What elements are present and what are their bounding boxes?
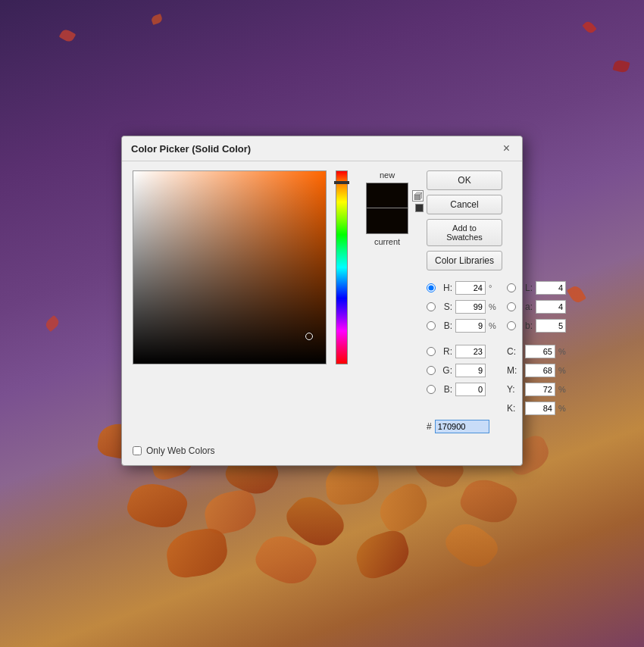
hue-slider-container — [336, 170, 348, 364]
dialog-overlay: Color Picker (Solid Color) × new — [0, 0, 644, 647]
hex-row: # — [427, 420, 511, 433]
c-input[interactable] — [525, 345, 555, 358]
blab-label: b: — [519, 320, 533, 331]
color-fields: H: ° S: % — [427, 280, 511, 417]
h-radio[interactable] — [427, 283, 436, 292]
b-unit: % — [489, 321, 499, 330]
b-input[interactable] — [455, 319, 486, 333]
a-radio[interactable] — [507, 302, 516, 311]
g-field-row: G: — [427, 362, 499, 379]
new-label: new — [380, 170, 395, 180]
blab-radio[interactable] — [507, 321, 516, 330]
only-web-colors-checkbox[interactable] — [133, 446, 142, 455]
s-radio[interactable] — [427, 302, 436, 311]
a-input[interactable] — [536, 300, 566, 314]
l-label: L: — [519, 283, 533, 293]
dialog-titlebar: Color Picker (Solid Color) × — [122, 136, 522, 161]
new-color-swatch[interactable] — [366, 183, 408, 208]
cancel-button[interactable]: Cancel — [427, 195, 502, 214]
only-web-colors-label: Only Web Colors — [146, 445, 214, 456]
right-spacer — [507, 336, 580, 341]
b-field-row: B: % — [427, 317, 499, 334]
m-input[interactable] — [525, 364, 555, 377]
c-field-row: C: % — [507, 343, 580, 360]
a-field-row: a: — [507, 298, 580, 315]
svg-rect-0 — [414, 195, 420, 200]
current-label: current — [374, 237, 400, 246]
b-radio[interactable] — [427, 321, 436, 330]
b2-label: B: — [439, 384, 452, 395]
b2-radio[interactable] — [427, 385, 436, 394]
swatch-cube-icon — [412, 190, 424, 202]
y-label: Y: — [507, 384, 522, 395]
s-field-row: S: % — [427, 298, 499, 315]
hue-slider[interactable] — [336, 170, 348, 364]
h-field-row: H: ° — [427, 280, 499, 296]
g-label: G: — [439, 365, 452, 376]
k-label: K: — [507, 403, 522, 414]
blab-field-row: b: — [507, 317, 580, 334]
s-unit: % — [489, 302, 499, 311]
color-libraries-button[interactable]: Color Libraries — [427, 251, 502, 270]
l-input[interactable] — [536, 281, 566, 295]
web-colors-row: Only Web Colors — [122, 445, 522, 465]
hex-label: # — [427, 421, 432, 432]
g-input[interactable] — [455, 364, 486, 377]
r-label: R: — [439, 346, 452, 357]
s-label: S: — [439, 302, 452, 312]
left-fields: H: ° S: % — [427, 280, 499, 417]
m-unit: % — [558, 366, 569, 375]
r-field-row: R: — [427, 343, 499, 360]
k-unit: % — [558, 404, 569, 413]
dialog-title: Color Picker (Solid Color) — [131, 143, 251, 155]
b2-input[interactable] — [455, 383, 486, 396]
y-field-row: Y: % — [507, 381, 580, 398]
right-fields: L: a: — [507, 280, 580, 417]
y-unit: % — [558, 385, 569, 394]
h-label: H: — [439, 283, 452, 293]
dialog-body: new current OK Cancel Ad — [122, 161, 522, 445]
h-unit: ° — [489, 283, 499, 292]
right-section: OK Cancel Add to Swatches Color Librarie… — [427, 170, 511, 433]
color-field[interactable] — [133, 170, 327, 364]
add-to-swatches-button[interactable]: Add to Swatches — [427, 219, 502, 246]
fields-spacer — [427, 336, 499, 341]
b-label: B: — [439, 320, 452, 331]
preview-panel: new current — [357, 170, 417, 433]
b2-field-row: B: — [427, 381, 499, 398]
g-radio[interactable] — [427, 366, 436, 375]
a-label: a: — [519, 302, 533, 312]
swatch-small-icon — [415, 204, 424, 212]
color-field-dark-layer — [133, 171, 326, 364]
m-field-row: M: % — [507, 362, 580, 379]
s-input[interactable] — [455, 300, 486, 314]
ok-button[interactable]: OK — [427, 170, 502, 190]
close-button[interactable]: × — [500, 142, 513, 155]
action-buttons: OK Cancel Add to Swatches Color Librarie… — [427, 170, 511, 270]
c-unit: % — [558, 347, 569, 356]
r-radio[interactable] — [427, 347, 436, 356]
color-gradient-field[interactable] — [133, 170, 327, 364]
y-input[interactable] — [525, 383, 555, 396]
l-field-row: L: — [507, 280, 580, 296]
h-input[interactable] — [455, 281, 486, 295]
r-input[interactable] — [455, 345, 486, 358]
k-field-row: K: % — [507, 400, 580, 417]
k-input[interactable] — [525, 402, 555, 415]
hex-input[interactable] — [435, 420, 489, 433]
c-label: C: — [507, 346, 522, 357]
l-radio[interactable] — [507, 283, 516, 292]
blab-input[interactable] — [536, 319, 566, 333]
current-color-swatch[interactable] — [366, 208, 408, 234]
m-label: M: — [507, 365, 522, 376]
color-picker-dialog: Color Picker (Solid Color) × new — [121, 136, 523, 466]
